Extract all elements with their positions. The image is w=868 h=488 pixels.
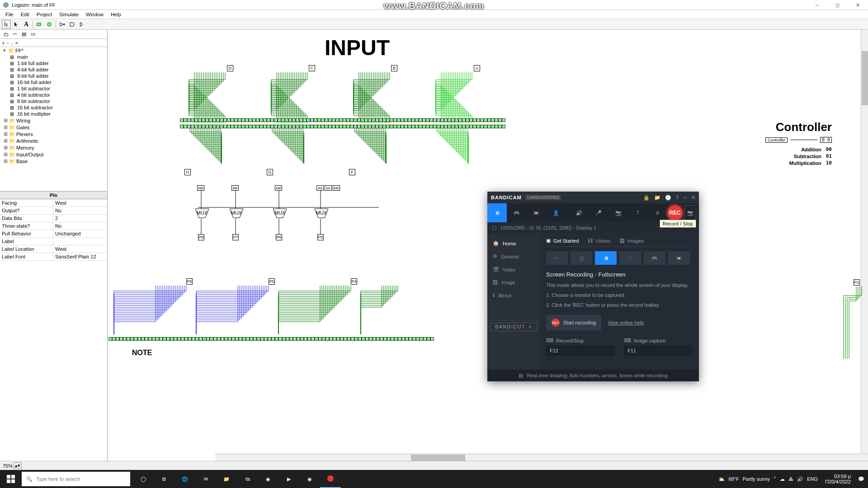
tool-and-gate[interactable]	[68, 20, 77, 29]
hotkey-record-value[interactable]: F12	[546, 345, 615, 356]
mode-fullscreen-icon[interactable]: 🖥	[595, 251, 617, 265]
toggle-text-icon[interactable]: T	[628, 203, 647, 222]
tray-notifications-icon[interactable]: 💬	[858, 476, 864, 482]
tree-lib[interactable]: ⊞📁Wiring	[0, 117, 107, 124]
mode-device[interactable]: 📼	[527, 203, 546, 222]
move-down-icon[interactable]: ↓	[11, 40, 14, 46]
menu-simulate[interactable]: Simulate	[56, 11, 82, 18]
pin-p1[interactable]: P1	[854, 279, 860, 286]
tray-network-icon[interactable]: 🖧	[788, 476, 793, 482]
canvas-scrollbar-h[interactable]	[215, 454, 868, 461]
menu-edit[interactable]: Edit	[17, 11, 33, 18]
start-button[interactable]	[0, 470, 22, 488]
view-simulation-icon[interactable]: ⤺	[11, 30, 19, 38]
taskbar-mail-icon[interactable]: ✉	[195, 470, 216, 488]
property-row[interactable]: FacingWest	[0, 199, 107, 207]
mux-out-pin[interactable]: P6	[276, 234, 282, 240]
move-up-icon[interactable]: ↑	[6, 40, 9, 46]
tree-item[interactable]: ⊞16-bit full adder	[0, 79, 107, 85]
view-toolbox-icon[interactable]: 🗀	[2, 30, 10, 38]
menu-project[interactable]: Project	[33, 11, 56, 18]
controller-pin-value[interactable]: 0 0	[820, 137, 832, 143]
close-button[interactable]: ✕	[848, 0, 868, 10]
mux-in-pin[interactable]: M8	[231, 185, 239, 191]
input-pin[interactable]: D	[227, 65, 233, 71]
tray-lang[interactable]: ENG	[807, 476, 818, 482]
tree-item[interactable]: ⊞4-bit full adder	[0, 66, 107, 73]
property-row[interactable]: Output?No	[0, 207, 107, 215]
mux[interactable]: MUX	[229, 208, 244, 220]
tool-select[interactable]	[12, 20, 21, 29]
taskbar-bandicam-icon[interactable]	[320, 470, 341, 488]
tray-clock[interactable]: 03:59 μ Π20/4/2022	[821, 474, 854, 484]
bandicam-minimize-button[interactable]: ─	[683, 195, 687, 201]
tree-item[interactable]: ⊞8 bit subtractor	[0, 98, 107, 104]
lower-pin[interactable]: P5	[269, 278, 275, 285]
tree-item[interactable]: ⊞16 bit subtractor	[0, 104, 107, 111]
property-row[interactable]: Three-state?No	[0, 222, 107, 230]
controller-pin[interactable]: Controller	[765, 137, 788, 143]
delete-circuit-icon[interactable]: ×	[15, 40, 18, 46]
project-tree[interactable]: ▾📁FF* ⊞main⊞1-bit full adder⊞4-bit full …	[0, 47, 107, 192]
input-pin[interactable]: C	[309, 65, 315, 71]
side-image[interactable]: 🖼Image	[487, 276, 540, 289]
folder-icon[interactable]: 📁	[654, 195, 660, 201]
start-recording-button[interactable]: REC Start recording	[546, 315, 601, 330]
mux-in-pin[interactable]: A6	[316, 185, 324, 191]
mux[interactable]: MUX	[194, 208, 210, 220]
side-general[interactable]: ⚙General	[487, 250, 540, 263]
tree-item[interactable]: ⊞1 bit subtractor	[0, 85, 107, 92]
input-pin[interactable]: B	[391, 65, 397, 71]
weather-temp[interactable]: 68°F	[728, 476, 739, 482]
side-video[interactable]: 🎬Video	[487, 263, 540, 276]
tab-videos[interactable]: 🎞Videos	[588, 238, 610, 244]
mux-in-pin[interactable]: M8	[275, 185, 282, 191]
mux-in-pin[interactable]: M8	[333, 185, 340, 191]
tree-item[interactable]: ⊞4 bit subtractor	[0, 92, 107, 98]
record-button[interactable]: REC	[667, 205, 683, 221]
weather-icon[interactable]: ⛅	[718, 476, 725, 482]
view-appearance-icon[interactable]: ▭	[29, 30, 37, 38]
menu-help[interactable]: Help	[107, 11, 125, 18]
mode-screen[interactable]: 🖥	[487, 203, 507, 222]
property-row[interactable]: Data Bits2	[0, 215, 107, 222]
tab-get-started[interactable]: ▣Get Started	[546, 238, 579, 244]
add-circuit-icon[interactable]: +	[2, 40, 5, 46]
lower-pin[interactable]: P5	[186, 278, 193, 285]
tool-poke[interactable]	[2, 20, 11, 29]
taskbar-search[interactable]: 🔍 Type here to search	[22, 472, 130, 486]
taskbar-store-icon[interactable]: 🛍	[237, 470, 258, 488]
tree-item[interactable]: ⊞main	[0, 54, 107, 60]
screenshot-button[interactable]: 📷	[684, 205, 696, 221]
menu-window[interactable]: Window	[82, 11, 107, 18]
property-row[interactable]: Label FontSansSerif Plain 12	[0, 253, 107, 261]
maximize-button[interactable]: ◻	[827, 0, 848, 10]
bandicam-close-button[interactable]: ✕	[691, 195, 695, 201]
taskbar-explorer-icon[interactable]: 📁	[216, 470, 237, 488]
hotkey-image-value[interactable]: F11	[624, 345, 693, 356]
toggle-webcam-icon[interactable]: 📷	[609, 203, 628, 222]
toggle-speaker-icon[interactable]: 🔊	[569, 203, 589, 222]
output-pin[interactable]: F	[349, 169, 355, 175]
mux-out-pin[interactable]: P5	[317, 234, 324, 240]
tool-input-pin[interactable]	[35, 20, 44, 29]
taskbar-chrome2-icon[interactable]: ◉	[299, 470, 320, 488]
mux-out-pin[interactable]: P7	[232, 234, 239, 240]
mode-game[interactable]: 🎮	[507, 203, 526, 222]
tree-lib[interactable]: ⊞📁Memory	[0, 144, 107, 151]
mux[interactable]: MUX	[314, 208, 329, 220]
property-row[interactable]: Pull BehaviorUnchanged	[0, 230, 107, 238]
mux-out-pin[interactable]: P8	[198, 234, 204, 240]
side-home[interactable]: 🏠Home	[487, 237, 540, 250]
lower-pin[interactable]: P4	[351, 278, 357, 285]
side-about[interactable]: ℹAbout	[487, 289, 540, 302]
task-view-icon[interactable]: ◯	[133, 470, 154, 488]
tree-lib[interactable]: ⊞📁Plexers	[0, 131, 107, 137]
tree-lib[interactable]: ⊞📁Gates	[0, 124, 107, 131]
tree-lib[interactable]: ⊞📁Input/Output	[0, 151, 107, 158]
tree-item[interactable]: ⊞1-bit full adder	[0, 60, 107, 66]
input-pin[interactable]: A	[474, 65, 480, 71]
taskbar-chrome-icon[interactable]: ◉	[258, 470, 278, 488]
weather-desc[interactable]: Partly sunny	[743, 476, 770, 482]
mode-game2-icon[interactable]: 🎮	[644, 251, 665, 265]
